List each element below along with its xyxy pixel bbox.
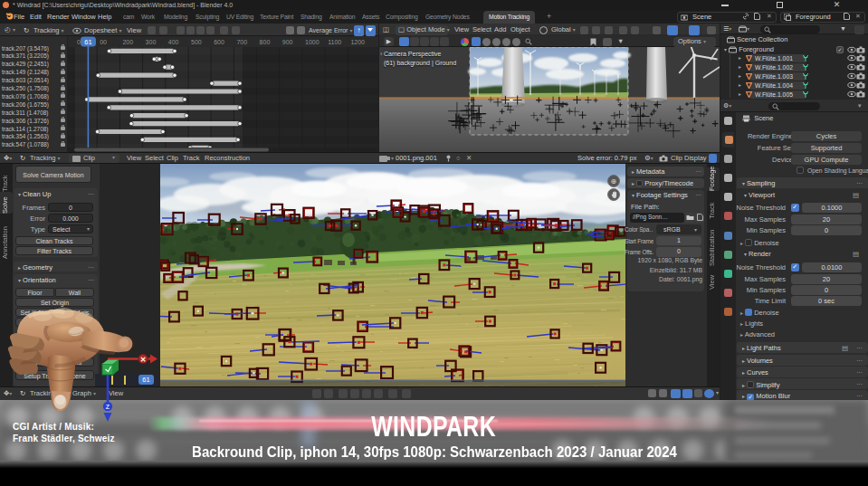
svg-text:700: 700: [236, 39, 247, 45]
svg-text:0: 0: [77, 39, 81, 45]
svg-text:1200: 1200: [350, 39, 365, 45]
svg-text:200: 200: [122, 39, 133, 45]
svg-text:1100: 1100: [328, 39, 341, 45]
svg-text:800: 800: [260, 39, 271, 45]
svg-text:500: 500: [191, 39, 202, 45]
svg-text:61: 61: [84, 38, 91, 46]
svg-text:400: 400: [168, 39, 179, 45]
svg-text:300: 300: [146, 39, 157, 45]
svg-text:600: 600: [214, 39, 224, 45]
svg-text:1000: 1000: [305, 39, 320, 45]
svg-text:900: 900: [282, 39, 293, 45]
svg-text:00: 00: [100, 39, 107, 45]
